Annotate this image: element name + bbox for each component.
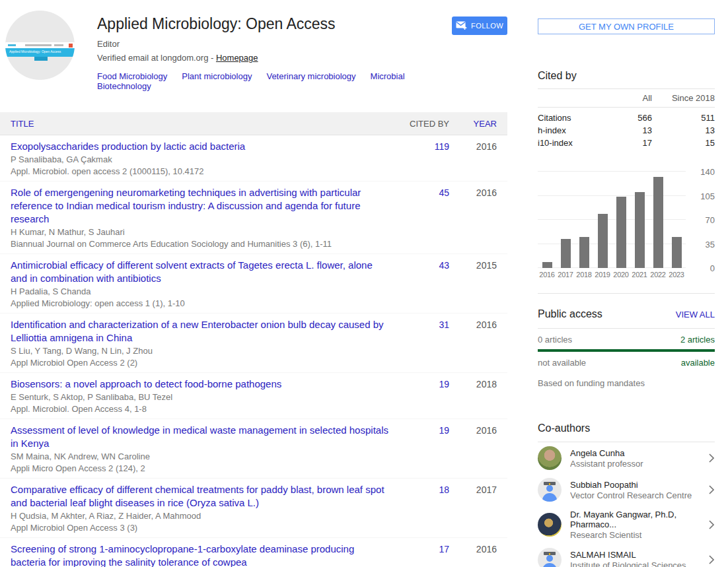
article-title-link[interactable]: Screening of strong 1-aminocyclopropane-… — [11, 543, 388, 567]
coauthor-list-item[interactable]: SALMAH ISMAILInstitute of Biological Sci… — [538, 544, 715, 567]
public-access-progress-bar — [538, 349, 715, 352]
coauthor-affiliation: Vector Control Research Centre — [570, 490, 702, 500]
coauthor-list-item[interactable]: Subbiah PoopathiVector Control Research … — [538, 474, 715, 506]
chart-y-axis: 03570105140 — [688, 172, 715, 268]
avatar-site-navbar — [5, 42, 75, 48]
view-all-link[interactable]: VIEW ALL — [676, 310, 715, 319]
public-access-divider — [538, 328, 715, 329]
article-cited-by-link[interactable]: 45 — [439, 187, 449, 198]
not-available-count: 0 articles — [538, 335, 572, 345]
verified-email-line: Verified email at longdom.org - Homepage — [97, 53, 447, 63]
article-title-link[interactable]: Exopolysaccharides production by lactic … — [11, 140, 388, 153]
citation-bar-2016[interactable] — [542, 262, 552, 268]
citation-bar-2017[interactable] — [561, 239, 571, 268]
coauthor-name[interactable]: Angela Cunha — [570, 448, 702, 458]
article-cited-by-link[interactable]: 119 — [435, 141, 449, 152]
coauthors-heading: Co-authors — [538, 422, 715, 434]
coauthor-name[interactable]: SALMAH ISMAIL — [570, 550, 702, 560]
article-year: 2016 — [449, 186, 497, 250]
article-year: 2016 — [449, 424, 497, 474]
article-cited-by-link[interactable]: 17 — [439, 544, 449, 554]
chart-y-tick-label: 35 — [706, 239, 715, 249]
chevron-right-icon[interactable] — [702, 484, 715, 495]
interest-link-plant-microbiology[interactable]: Plant microbiology — [182, 71, 252, 81]
chart-x-tick-label: 2023 — [667, 271, 686, 279]
article-title-link[interactable]: Biosensors: a novel approach to detect f… — [11, 378, 388, 391]
cited-by-col-since: Since 2018 — [652, 89, 715, 108]
citation-bar-2018[interactable] — [579, 237, 589, 268]
chart-y-tick-label: 70 — [706, 215, 715, 225]
article-cited-by-link[interactable]: 19 — [439, 425, 449, 436]
get-my-own-profile-button[interactable]: GET MY OWN PROFILE — [538, 18, 715, 34]
articles-table: TITLE CITED BY YEAR Exopolysaccharides p… — [0, 112, 507, 567]
article-year: 2016 — [449, 140, 497, 177]
h-index-since-value: 13 — [652, 124, 715, 137]
coauthor-photo-avatar — [538, 513, 562, 537]
coauthor-affiliation: Assistant professor — [570, 459, 702, 469]
coauthor-affiliation: Institute of Biological Sciences,... — [570, 560, 702, 567]
chart-x-tick-label: 2020 — [612, 271, 630, 279]
article-title-link[interactable]: Antimicrobial efficacy of different solv… — [11, 259, 388, 285]
article-year: 2018 — [449, 378, 497, 415]
chart-x-tick-label: 2022 — [649, 271, 667, 279]
article-authors: E Senturk, S Aktop, P Sanlibaba, BU Teze… — [11, 392, 388, 403]
article-venue: Appl Microbiol Open Access 2 (2) — [11, 358, 388, 368]
chart-x-axis: 20162017201820192020202120222023 — [538, 271, 686, 279]
article-title-link[interactable]: Assessment of level of knowledge in medi… — [11, 424, 388, 450]
follow-button[interactable]: FOLLOW — [452, 17, 507, 35]
article-row: Identification and characterization of a… — [0, 314, 507, 373]
sort-by-year-header[interactable]: YEAR — [474, 119, 497, 129]
sort-by-citations-header[interactable]: CITED BY — [398, 119, 449, 129]
h-index-label: h-index — [538, 124, 606, 137]
article-venue: Appl. Microbiol. Open Access 4, 1-8 — [11, 404, 388, 415]
article-row: Comparative efficacy of different chemic… — [0, 479, 507, 538]
chevron-right-icon[interactable] — [702, 554, 715, 565]
citation-bar-2022[interactable] — [653, 177, 663, 268]
citation-bar-2020[interactable] — [616, 197, 626, 268]
avatar-site-button — [34, 57, 48, 61]
article-title-link[interactable]: Comparative efficacy of different chemic… — [11, 483, 388, 510]
article-authors: P Sanalibaba, GA Çakmak — [11, 154, 388, 165]
article-row: Antimicrobial efficacy of different solv… — [0, 254, 507, 314]
interest-link-food-microbiology[interactable]: Food Microbiology — [97, 71, 167, 81]
citation-bar-2021[interactable] — [635, 192, 645, 268]
chart-x-tick-label: 2016 — [538, 271, 556, 279]
coauthor-name[interactable]: Dr. Mayank Gangwar, Ph.D, Pharmaco... — [570, 510, 702, 529]
citation-bar-2023[interactable] — [672, 237, 682, 268]
citations-since-value: 511 — [652, 108, 715, 125]
research-interests: Food MicrobiologyPlant microbiologyVeter… — [97, 71, 447, 91]
article-year: 2016 — [449, 318, 497, 368]
coauthor-affiliation: Research Scientist — [570, 530, 702, 540]
page-title: Applied Microbiology: Open Access — [97, 15, 447, 33]
h-index-all-value: 13 — [606, 124, 652, 137]
article-title-link[interactable]: Identification and characterization of a… — [11, 318, 388, 345]
scholar-generic-avatar-icon — [538, 548, 562, 567]
article-venue: Applied Microbiology: open access 1 (1),… — [11, 298, 388, 309]
article-cited-by-link[interactable]: 18 — [439, 484, 449, 495]
article-cited-by-link[interactable]: 19 — [439, 379, 449, 389]
article-cited-by-link[interactable]: 43 — [439, 260, 449, 271]
citation-bar-2019[interactable] — [598, 214, 608, 268]
chart-plot-area — [538, 172, 686, 268]
available-count-link[interactable]: 2 articles — [680, 335, 715, 345]
sort-by-title-header[interactable]: TITLE — [11, 119, 34, 129]
article-title-link[interactable]: Role of emergengening neuromarketing tec… — [11, 186, 388, 226]
avatar-site-banner: Applied Microbiology: Open Access — [5, 48, 75, 57]
coauthor-list-item[interactable]: Dr. Mayank Gangwar, Ph.D, Pharmaco...Res… — [538, 506, 715, 544]
coauthor-name[interactable]: Subbiah Poopathi — [570, 480, 702, 490]
interest-link-veterinary-microbiology[interactable]: Veterinary microbiology — [266, 71, 355, 81]
chart-y-tick-label: 0 — [710, 263, 715, 273]
coauthor-list-item[interactable]: Angela CunhaAssistant professor — [538, 442, 715, 474]
article-cited-by-link[interactable]: 31 — [439, 319, 449, 330]
article-authors: H Padalia, S Chanda — [11, 286, 388, 297]
sidebar-divider — [538, 293, 715, 294]
funding-mandates-note: Based on funding mandates — [538, 378, 715, 388]
verified-email-text: Verified email at longdom.org - — [97, 53, 216, 63]
citations-per-year-chart: 03570105140 2016201720182019202020212022… — [538, 172, 715, 283]
articles-table-header: TITLE CITED BY YEAR — [0, 112, 507, 135]
citations-label: Citations — [538, 108, 606, 125]
chevron-right-icon[interactable] — [702, 453, 715, 463]
profile-role: Editor — [97, 39, 447, 49]
homepage-link[interactable]: Homepage — [216, 53, 258, 63]
chevron-right-icon[interactable] — [702, 519, 715, 530]
